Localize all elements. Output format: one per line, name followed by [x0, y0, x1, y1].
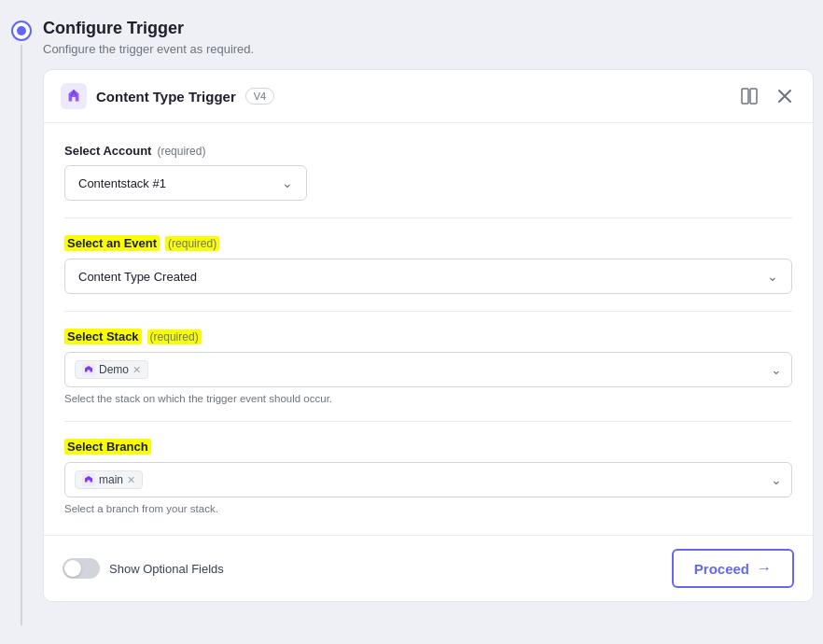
svg-rect-1 — [750, 89, 757, 104]
branch-tag-container: main ✕ — [75, 470, 771, 489]
branch-tag-close[interactable]: ✕ — [127, 475, 135, 485]
account-dropdown[interactable]: Contentstack #1 ⌄ — [64, 165, 307, 201]
trigger-card: Content Type Trigger V4 — [43, 69, 814, 602]
stack-tag-demo: Demo ✕ — [75, 360, 148, 379]
card-header-left: Content Type Trigger V4 — [61, 83, 274, 109]
stack-multiselect[interactable]: Demo ✕ ⌄ — [64, 352, 792, 387]
chevron-down-icon: ⌄ — [282, 175, 293, 190]
arrow-right-icon: → — [757, 560, 772, 577]
event-dropdown[interactable]: Content Type Created ⌄ — [64, 259, 792, 294]
trigger-icon — [61, 83, 87, 109]
page-subtitle: Configure the trigger event as required. — [43, 42, 814, 56]
stack-hint: Select the stack on which the trigger ev… — [64, 393, 792, 404]
stack-tag-icon — [82, 363, 95, 376]
proceed-button[interactable]: Proceed → — [672, 549, 794, 588]
select-account-section: Select Account (required) Contentstack #… — [64, 144, 792, 218]
stack-tag-container: Demo ✕ — [75, 360, 771, 379]
select-event-section: Select an Event (required) Content Type … — [64, 235, 792, 312]
step-circle — [11, 21, 32, 41]
toggle-knob — [64, 560, 81, 577]
toggle-container: Show Optional Fields — [63, 558, 224, 579]
select-stack-label: Select Stack (required) — [64, 329, 792, 344]
branch-multiselect[interactable]: main ✕ ⌄ — [64, 462, 792, 497]
optional-fields-toggle[interactable] — [63, 558, 100, 579]
branch-tag-icon — [82, 473, 95, 486]
select-branch-label: Select Branch — [64, 439, 792, 455]
step-indicator — [9, 19, 34, 625]
card-footer: Show Optional Fields Proceed → — [44, 535, 813, 601]
chevron-down-icon: ⌄ — [771, 362, 782, 377]
version-badge: V4 — [245, 88, 274, 105]
close-icon[interactable] — [774, 85, 796, 107]
chevron-down-icon: ⌄ — [771, 472, 782, 487]
step-circle-inner — [17, 26, 26, 35]
expand-icon[interactable] — [738, 85, 760, 107]
page-wrapper: Configure Trigger Configure the trigger … — [0, 0, 823, 644]
page-title: Configure Trigger — [43, 19, 814, 38]
select-stack-section: Select Stack (required) Demo — [64, 329, 792, 422]
stack-tag-close[interactable]: ✕ — [133, 365, 141, 375]
step-line — [21, 45, 22, 625]
card-header: Content Type Trigger V4 — [44, 70, 813, 123]
chevron-down-icon: ⌄ — [767, 269, 778, 284]
toggle-label: Show Optional Fields — [109, 562, 224, 576]
select-account-label: Select Account (required) — [64, 144, 792, 158]
card-body: Select Account (required) Contentstack #… — [44, 123, 813, 535]
svg-rect-0 — [742, 89, 748, 104]
branch-tag-main: main ✕ — [75, 470, 143, 489]
main-content: Configure Trigger Configure the trigger … — [43, 19, 814, 625]
select-branch-section: Select Branch main ✕ — [64, 439, 792, 514]
card-header-right — [738, 85, 796, 107]
select-event-label: Select an Event (required) — [64, 235, 792, 251]
card-title: Content Type Trigger — [96, 89, 236, 105]
branch-hint: Select a branch from your stack. — [64, 503, 792, 514]
